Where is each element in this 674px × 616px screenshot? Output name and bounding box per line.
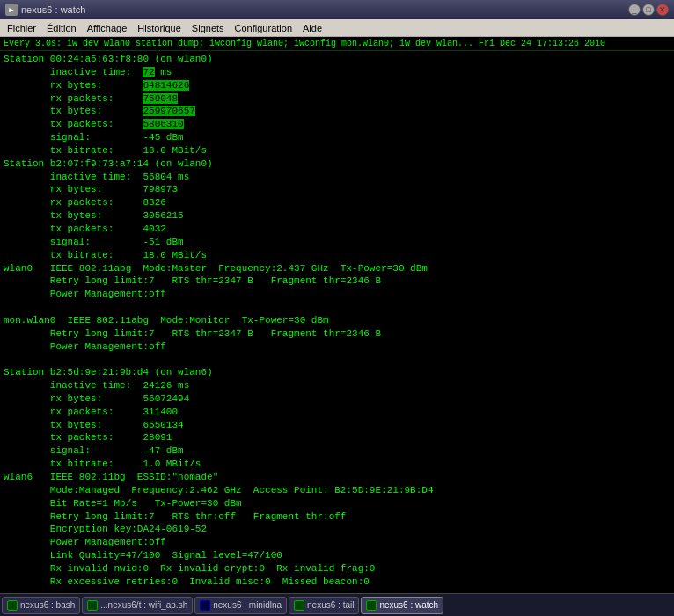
- window-controls: _ □ ✕: [628, 4, 669, 16]
- taskbar-label-0: nexus6 : bash: [20, 600, 75, 610]
- menu-item-historique[interactable]: Historique: [132, 21, 187, 35]
- taskbar-item-4[interactable]: nexus6 : watch: [361, 597, 443, 614]
- taskbar-label-1: ...nexus6/t : wifi_ap.sh: [100, 600, 187, 610]
- title-bar-left: ▶ nexus6 : watch: [5, 4, 85, 16]
- taskbar-label-4: nexus6 : watch: [379, 600, 438, 610]
- app-icon: ▶: [5, 4, 18, 16]
- taskbar-item-1[interactable]: ...nexus6/t : wifi_ap.sh: [82, 597, 193, 614]
- maximize-button[interactable]: □: [642, 4, 655, 16]
- menu-item-configuration[interactable]: Configuration: [230, 21, 297, 35]
- window-title: nexus6 : watch: [21, 4, 85, 15]
- taskbar-item-2[interactable]: nexus6 : minidlna: [194, 597, 287, 614]
- taskbar-icon-3: [294, 600, 304, 611]
- close-button[interactable]: ✕: [656, 4, 669, 16]
- menu-item-dition[interactable]: Édition: [41, 21, 82, 35]
- taskbar-item-0[interactable]: nexus6 : bash: [2, 597, 80, 614]
- taskbar-label-3: nexus6 : tail: [307, 600, 354, 610]
- menu-item-affichage[interactable]: Affichage: [82, 21, 133, 35]
- menu-item-aide[interactable]: Aide: [297, 21, 327, 35]
- taskbar-icon-0: [7, 600, 18, 611]
- taskbar-item-3[interactable]: nexus6 : tail: [289, 597, 359, 614]
- terminal-output: Station 00:24:a5:63:f8:80 (on wlan0) ina…: [0, 51, 674, 593]
- taskbar: nexus6 : bash...nexus6/t : wifi_ap.shnex…: [0, 593, 674, 616]
- taskbar-label-2: nexus6 : minidlna: [213, 600, 282, 610]
- menu-bar: FichierÉditionAffichageHistoriqueSignets…: [0, 19, 674, 37]
- taskbar-icon-2: [200, 600, 210, 611]
- taskbar-icon-4: [366, 600, 377, 611]
- command-bar: Every 3.0s: iw dev wlan0 station dump; i…: [0, 37, 674, 51]
- title-bar: ▶ nexus6 : watch _ □ ✕: [0, 0, 674, 19]
- menu-item-fichier[interactable]: Fichier: [2, 21, 41, 35]
- taskbar-icon-1: [87, 600, 98, 611]
- menu-item-signets[interactable]: Signets: [187, 21, 230, 35]
- minimize-button[interactable]: _: [628, 4, 641, 16]
